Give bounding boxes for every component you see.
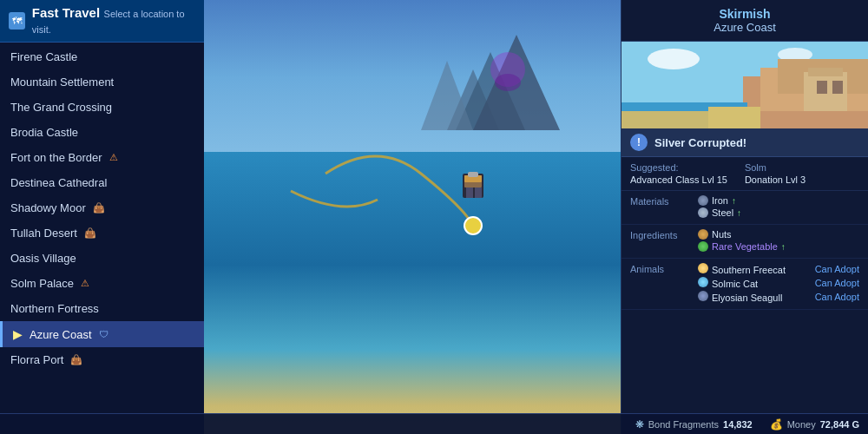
location-item-northern-fortress[interactable]: Northern Fortress	[0, 296, 204, 321]
warning-badge: ⚠	[81, 278, 89, 289]
location-name: Florra Port	[10, 353, 63, 366]
solm-value: Donation Lvl 3	[745, 174, 806, 185]
svg-rect-21	[817, 81, 827, 94]
bag-badge: 👜	[84, 227, 96, 239]
money-item: 💰 Money 72,844 G	[770, 418, 859, 431]
location-item-fort-border[interactable]: Fort on the Border⚠	[0, 145, 204, 170]
solm-label: Solm	[745, 162, 806, 173]
bond-label: Bond Fragments	[648, 419, 719, 430]
bond-fragments-item: ❋ Bond Fragments 14,832	[635, 418, 753, 431]
suggested-label: Suggested:	[630, 162, 727, 173]
location-name: Mountain Settlement	[10, 76, 114, 89]
animals-label: Animals	[630, 263, 691, 274]
ing-arrow: ↑	[781, 242, 786, 252]
panel-title: Skirmish Azure Coast	[621, 0, 868, 42]
right-panel: Skirmish Azure Coast	[621, 0, 868, 434]
location-name: Destinea Cathedral	[10, 176, 107, 189]
alert-icon: !	[630, 134, 648, 151]
location-item-brodia-castle[interactable]: Brodia Castle	[0, 120, 204, 145]
suggested-row: Suggested: Advanced Class Lvl 15	[630, 162, 727, 185]
location-item-oasis-village[interactable]: Oasis Village	[0, 246, 204, 271]
mat-arrow: ↑	[732, 196, 736, 206]
shield-badge: 🛡	[99, 329, 108, 339]
ingredient-row: Rare Vegetable↑	[698, 241, 859, 252]
animal-row: Solmic CatCan Adopt	[698, 277, 859, 289]
location-name: Shadowy Moor	[10, 201, 86, 214]
location-name: Fort on the Border	[10, 151, 102, 164]
ing-name: Nuts	[712, 229, 732, 240]
animal-row: Elyosian SeagullCan Adopt	[698, 291, 859, 303]
mat-icon-iron	[698, 195, 708, 206]
svg-rect-20	[808, 68, 843, 76]
materials-section: Materials Iron↑Steel↑	[621, 191, 868, 225]
ingredient-row: Nuts	[698, 229, 859, 240]
material-row: Steel↑	[698, 207, 859, 218]
animal-row: Southern FreecatCan Adopt	[698, 263, 859, 275]
main-container: 🗺 Fast Travel Select a location to visit…	[0, 0, 868, 434]
animal-icon-cat	[698, 263, 708, 273]
fast-travel-header: 🗺 Fast Travel Select a location to visit…	[0, 0, 204, 43]
ingredients-section: Ingredients NutsRare Vegetable↑	[621, 225, 868, 259]
svg-rect-22	[832, 81, 843, 94]
map-area	[204, 0, 621, 434]
mat-icon-steel	[698, 207, 708, 218]
bag-badge: 👜	[93, 202, 105, 214]
animal-icon-seagull	[698, 291, 708, 301]
location-name: Azure Coast	[30, 328, 92, 341]
ing-icon-nut	[698, 229, 708, 240]
material-row: Iron↑	[698, 195, 859, 206]
location-item-destinea-cathedral[interactable]: Destinea Cathedral	[0, 170, 204, 195]
alert-banner: ! Silver Corrupted!	[621, 128, 868, 157]
location-item-azure-coast[interactable]: ▶Azure Coast🛡	[0, 321, 204, 347]
panel-title-main: Skirmish	[628, 7, 861, 21]
location-item-shadowy-moor[interactable]: Shadowy Moor👜	[0, 195, 204, 220]
location-item-firene-castle[interactable]: Firene Castle	[0, 44, 204, 69]
ingredients-label: Ingredients	[630, 229, 691, 240]
animal-name: Solmic Cat	[712, 279, 758, 289]
sidebar: 🗺 Fast Travel Select a location to visit…	[0, 0, 204, 434]
location-item-grand-crossing[interactable]: The Grand Crossing	[0, 95, 204, 120]
animal-name: Southern Freecat	[712, 265, 786, 275]
location-name: The Grand Crossing	[10, 101, 112, 114]
warning-badge: ⚠	[109, 152, 118, 163]
header-title: Fast Travel	[32, 5, 100, 20]
location-item-solm-palace[interactable]: Solm Palace⚠	[0, 271, 204, 296]
money-value: 72,844 G	[820, 419, 859, 430]
animal-action[interactable]: Can Adopt	[815, 264, 859, 274]
svg-point-14	[648, 49, 700, 69]
active-arrow: ▶	[13, 327, 23, 341]
location-item-mountain-settlement[interactable]: Mountain Settlement	[0, 69, 204, 95]
animals-section: Animals Southern FreecatCan AdoptSolmic …	[621, 259, 868, 310]
bond-icon: ❋	[635, 418, 644, 431]
mat-name: Steel	[712, 207, 733, 218]
ingredients-content: NutsRare Vegetable↑	[698, 229, 859, 253]
location-name: Firene Castle	[10, 50, 77, 63]
alert-text: Silver Corrupted!	[654, 136, 746, 149]
materials-content: Iron↑Steel↑	[698, 195, 859, 220]
money-label: Money	[787, 419, 816, 430]
animal-name: Elyosian Seagull	[712, 293, 782, 303]
ing-name: Rare Vegetable	[712, 241, 778, 252]
money-icon: 💰	[770, 418, 783, 431]
bond-value: 14,832	[723, 419, 753, 430]
suggested-value: Advanced Class Lvl 15	[630, 174, 727, 185]
location-name: Brodia Castle	[10, 126, 78, 139]
panel-title-sub: Azure Coast	[628, 21, 861, 34]
animal-action[interactable]: Can Adopt	[815, 292, 859, 302]
fast-travel-icon: 🗺	[9, 12, 25, 30]
solm-row: Solm Donation Lvl 3	[745, 162, 806, 185]
bottom-bar: ❋ Bond Fragments 14,832 💰 Money 72,844 G	[0, 413, 868, 434]
materials-label: Materials	[630, 195, 691, 207]
ing-icon-veg	[698, 241, 708, 252]
location-name: Solm Palace	[10, 277, 74, 290]
animal-action[interactable]: Can Adopt	[815, 278, 859, 288]
panel-image	[621, 42, 868, 128]
svg-rect-25	[708, 107, 760, 128]
location-list: Firene CastleMountain SettlementThe Gran…	[0, 43, 204, 434]
panel-suggested-info: Suggested: Advanced Class Lvl 15 Solm Do…	[621, 157, 868, 191]
location-item-florra-port[interactable]: Florra Port👜	[0, 347, 204, 372]
location-item-tullah-desert[interactable]: Tullah Desert👜	[0, 220, 204, 246]
mat-name: Iron	[712, 195, 728, 206]
location-name: Oasis Village	[10, 252, 76, 265]
animals-content: Southern FreecatCan AdoptSolmic CatCan A…	[698, 263, 859, 305]
